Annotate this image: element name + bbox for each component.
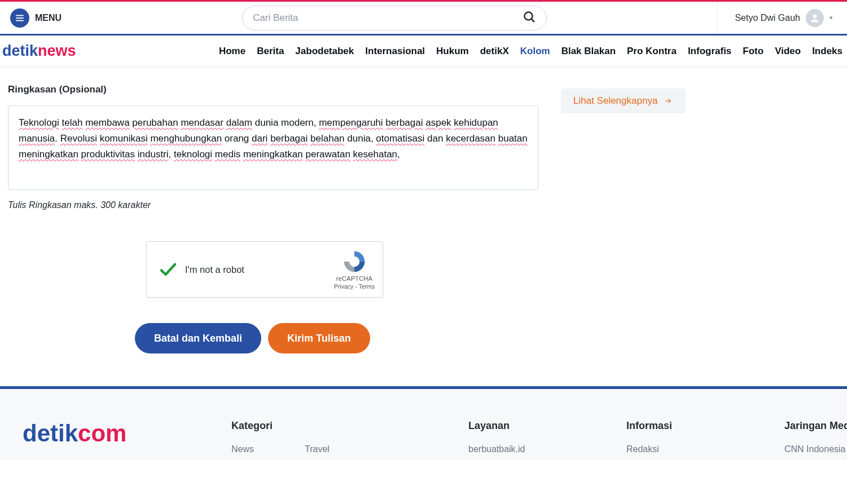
footer-link[interactable]: CNN Indonesia xyxy=(784,444,847,454)
search-icon[interactable] xyxy=(523,10,536,26)
svg-point-5 xyxy=(813,14,817,18)
recaptcha-branding: reCAPTCHA Privacy - Terms xyxy=(334,249,375,290)
summary-hint: Tulis Ringkasan maks. 300 karakter xyxy=(8,200,538,210)
footer-col: KategoriNewsTravel xyxy=(231,420,406,460)
avatar-icon xyxy=(806,9,824,27)
recaptcha-icon xyxy=(342,249,367,274)
recaptcha-widget[interactable]: I'm not a robot reCAPTCHA Privacy - Term… xyxy=(146,241,383,298)
nav-foto[interactable]: Foto xyxy=(743,46,763,57)
footer-link[interactable]: Redaksi xyxy=(626,444,722,454)
footer-heading: Informasi xyxy=(626,420,722,432)
topbar: MENU Setyo Dwi Gauh ▾ xyxy=(0,2,847,36)
footer-heading: Kategori xyxy=(231,420,406,432)
user-menu[interactable]: Setyo Dwi Gauh ▾ xyxy=(717,2,847,34)
hamburger-icon xyxy=(10,8,29,28)
cancel-button[interactable]: Batal dan Kembali xyxy=(135,323,261,353)
menu-button[interactable]: MENU xyxy=(0,8,72,28)
arrow-right-icon xyxy=(663,97,673,105)
nav-pro kontra[interactable]: Pro Kontra xyxy=(627,46,677,57)
svg-line-4 xyxy=(532,19,534,21)
summary-textarea[interactable]: Teknologi telah membawa perubahan mendas… xyxy=(8,105,538,190)
nav-hukum[interactable]: Hukum xyxy=(436,46,469,57)
svg-point-3 xyxy=(525,12,533,20)
footer-col: Layananberbuatbaik.id xyxy=(468,420,564,460)
footer-col: Jaringan MediaCNN Indonesia xyxy=(784,420,847,460)
footer-link[interactable]: berbuatbaik.id xyxy=(468,444,564,454)
side-column: Lihat Selengkapnya xyxy=(561,84,839,353)
navbar: detiknews HomeBeritaJabodetabekInternasi… xyxy=(0,36,847,67)
nav-kolom[interactable]: Kolom xyxy=(520,46,550,57)
footer-heading: Layanan xyxy=(468,420,564,432)
nav-infografis[interactable]: Infografis xyxy=(688,46,731,57)
see-more-button[interactable]: Lihat Selengkapnya xyxy=(561,89,686,113)
chevron-down-icon: ▾ xyxy=(830,14,833,21)
recaptcha-label: I'm not a robot xyxy=(185,264,244,275)
footer-link[interactable]: News xyxy=(231,444,254,454)
site-brand[interactable]: detiknews xyxy=(1,42,86,60)
summary-label: Ringkasan (Opsional) xyxy=(8,84,538,95)
checkmark-icon xyxy=(157,258,179,281)
nav-detikx[interactable]: detikX xyxy=(480,46,509,57)
search-input[interactable] xyxy=(253,12,523,24)
search-box[interactable] xyxy=(242,6,547,30)
footer: detikcom KategoriNewsTravelLayananberbua… xyxy=(0,389,847,460)
user-name: Setyo Dwi Gauh xyxy=(735,13,800,23)
nav-jabodetabek[interactable]: Jabodetabek xyxy=(295,46,354,57)
submit-button[interactable]: Kirim Tulisan xyxy=(268,323,370,353)
main-column: Ringkasan (Opsional) Teknologi telah mem… xyxy=(8,84,538,353)
nav-video[interactable]: Video xyxy=(775,46,801,57)
footer-col: InformasiRedaksi xyxy=(626,420,722,460)
footer-link[interactable]: Travel xyxy=(305,444,330,454)
nav-blak blakan[interactable]: Blak Blakan xyxy=(561,46,616,57)
button-row: Batal dan Kembali Kirim Tulisan xyxy=(135,323,538,353)
footer-brand[interactable]: detikcom xyxy=(23,420,226,447)
nav-home[interactable]: Home xyxy=(219,46,245,57)
nav-internasional[interactable]: Internasional xyxy=(365,46,425,57)
menu-label: MENU xyxy=(35,13,62,23)
footer-heading: Jaringan Media xyxy=(784,420,847,432)
nav-berita[interactable]: Berita xyxy=(257,46,284,57)
nav-indeks[interactable]: Indeks xyxy=(812,46,842,57)
